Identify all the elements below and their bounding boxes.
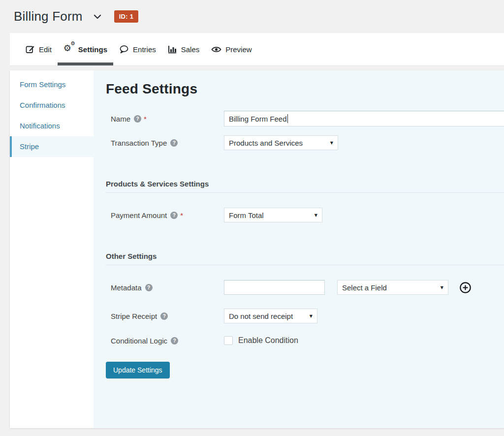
conditional-logic-label: Conditional Logic	[111, 337, 224, 345]
tab-preview[interactable]: Preview	[205, 33, 257, 65]
update-settings-button[interactable]: Update Settings	[106, 362, 170, 378]
conditional-logic-row: Conditional Logic Enable Condition	[106, 335, 504, 346]
feed-settings-panel: Feed Settings Name * Billing Form Feed T…	[94, 70, 504, 428]
tab-label: Preview	[225, 45, 252, 54]
transaction-type-label: Transaction Type	[111, 139, 224, 147]
form-id-badge: ID: 1	[114, 10, 139, 23]
page-header: Billing Form ID: 1	[0, 0, 504, 33]
metadata-key-input[interactable]	[224, 280, 325, 295]
settings-sidebar: Form Settings Confirmations Notification…	[10, 70, 94, 428]
name-label: Name *	[111, 115, 224, 123]
name-input[interactable]: Billing Form Feed	[224, 111, 504, 126]
page-title: Feed Settings	[106, 81, 504, 97]
gears-icon: ⚙⚙	[63, 44, 74, 54]
edit-icon	[26, 45, 35, 54]
enable-condition-checkbox[interactable]	[224, 336, 233, 345]
tab-edit[interactable]: Edit	[20, 33, 58, 65]
button-row: Update Settings	[106, 362, 504, 378]
tab-settings[interactable]: ⚙⚙ Settings	[58, 33, 113, 65]
help-icon[interactable]	[145, 284, 153, 291]
help-icon[interactable]	[170, 212, 178, 219]
speech-bubble-icon	[119, 45, 129, 54]
transaction-type-select[interactable]: Products and Services	[224, 135, 338, 150]
tab-label: Edit	[39, 45, 52, 54]
text-caret	[287, 114, 288, 123]
section-heading: Other Settings	[106, 252, 504, 265]
stripe-receipt-row: Stripe Receipt Do not send receipt	[106, 309, 504, 323]
sidebar-item-stripe[interactable]: Stripe	[10, 136, 94, 157]
form-toolbar-tabs: Edit ⚙⚙ Settings Entries Sales Preview	[10, 33, 504, 65]
bar-chart-icon	[168, 45, 177, 54]
payment-amount-select[interactable]: Form Total	[224, 208, 322, 222]
sidebar-item-form-settings[interactable]: Form Settings	[10, 74, 94, 95]
stripe-receipt-select[interactable]: Do not send receipt	[224, 309, 317, 323]
chevron-down-icon[interactable]	[94, 14, 101, 19]
help-icon[interactable]	[134, 115, 141, 123]
form-title: Billing Form	[14, 9, 83, 24]
required-asterisk: *	[144, 115, 147, 123]
tab-entries[interactable]: Entries	[113, 33, 162, 65]
name-row: Name * Billing Form Feed	[106, 111, 504, 126]
help-icon[interactable]	[171, 337, 178, 344]
products-services-section: Products & Services Settings	[106, 180, 504, 193]
metadata-label: Metadata	[111, 283, 224, 292]
stripe-receipt-label: Stripe Receipt	[111, 312, 224, 320]
section-heading: Products & Services Settings	[106, 180, 504, 193]
other-settings-section: Other Settings	[106, 252, 504, 265]
required-asterisk: *	[180, 211, 183, 219]
tab-label: Settings	[78, 45, 107, 54]
add-metadata-icon[interactable]	[459, 281, 472, 294]
metadata-field-select[interactable]: Select a Field	[337, 280, 448, 295]
payment-amount-row: Payment Amount * Form Total	[106, 208, 504, 222]
eye-icon	[211, 46, 221, 53]
help-icon[interactable]	[160, 312, 168, 320]
enable-condition-label[interactable]: Enable Condition	[238, 336, 298, 345]
tab-sales[interactable]: Sales	[162, 33, 206, 65]
help-icon[interactable]	[170, 139, 178, 147]
tab-label: Sales	[181, 45, 200, 54]
payment-amount-label: Payment Amount *	[111, 211, 224, 219]
sidebar-item-notifications[interactable]: Notifications	[10, 116, 94, 136]
transaction-type-row: Transaction Type Products and Services	[106, 135, 504, 150]
settings-card: Form Settings Confirmations Notification…	[10, 70, 504, 428]
tab-label: Entries	[133, 45, 156, 54]
sidebar-item-confirmations[interactable]: Confirmations	[10, 95, 94, 116]
metadata-row: Metadata Select a Field	[106, 280, 504, 295]
